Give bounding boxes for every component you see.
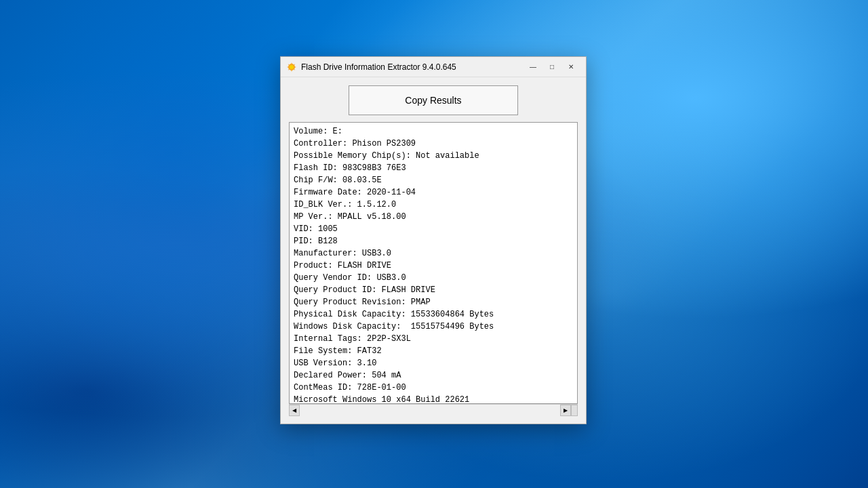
svg-marker-3 bbox=[291, 70, 292, 72]
scroll-track[interactable] bbox=[300, 405, 560, 415]
window-controls: — □ ✕ bbox=[524, 60, 580, 74]
svg-point-1 bbox=[290, 65, 294, 69]
svg-marker-2 bbox=[291, 62, 292, 64]
window-title: Flash Drive Information Extractor 9.4.0.… bbox=[301, 62, 524, 72]
app-window: Flash Drive Information Extractor 9.4.0.… bbox=[280, 56, 587, 424]
results-text[interactable]: Volume: E: Controller: Phison PS2309 Pos… bbox=[290, 123, 577, 403]
copy-results-button[interactable]: Copy Results bbox=[349, 85, 518, 115]
resize-grip[interactable] bbox=[571, 405, 578, 416]
svg-marker-5 bbox=[294, 66, 296, 68]
minimize-button[interactable]: — bbox=[524, 60, 542, 74]
window-content: Copy Results Volume: E: Controller: Phis… bbox=[281, 77, 586, 424]
scroll-right-button[interactable]: ▶ bbox=[560, 405, 571, 416]
horizontal-scrollbar[interactable]: ◀ ▶ bbox=[289, 404, 578, 415]
maximize-button[interactable]: □ bbox=[542, 60, 561, 74]
scroll-left-button[interactable]: ◀ bbox=[289, 405, 300, 416]
results-container: Volume: E: Controller: Phison PS2309 Pos… bbox=[289, 122, 578, 404]
title-bar: Flash Drive Information Extractor 9.4.0.… bbox=[281, 57, 586, 77]
close-button[interactable]: ✕ bbox=[561, 60, 580, 74]
svg-marker-4 bbox=[287, 66, 289, 68]
app-icon bbox=[286, 62, 297, 73]
